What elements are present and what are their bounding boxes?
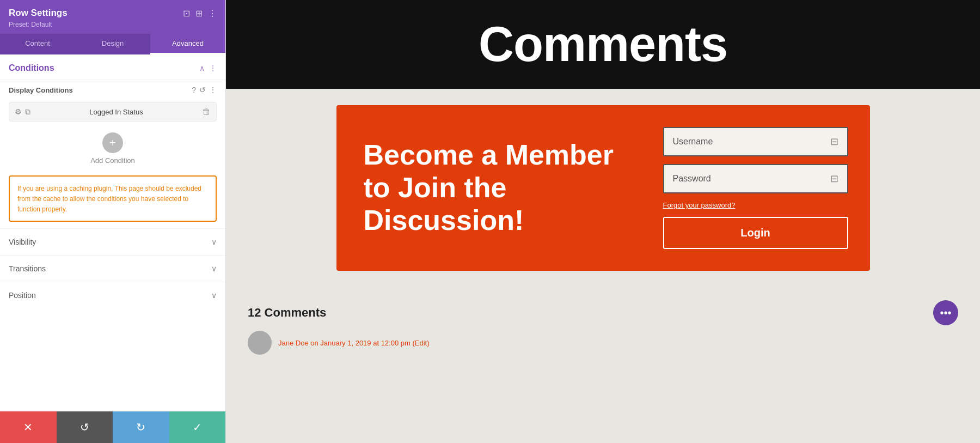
condition-row: ⚙ ⧉ Logged In Status 🗑	[9, 102, 217, 122]
visibility-section: Visibility ∨	[0, 228, 225, 255]
username-placeholder: Username	[673, 137, 713, 147]
password-field[interactable]: Password ⊟	[663, 164, 848, 193]
username-icon: ⊟	[830, 136, 838, 148]
password-placeholder: Password	[673, 174, 711, 184]
more-icon[interactable]: ⋮	[208, 8, 217, 19]
comments-count-row: 12 Comments •••	[248, 300, 958, 325]
forgot-password-link[interactable]: Forgot your password?	[663, 201, 848, 209]
condition-row-icons: ⚙ ⧉	[15, 107, 30, 117]
login-button[interactable]: Login	[663, 217, 848, 249]
panel-body: Conditions ∧ ⋮ Display Conditions ? ↺ ⋮ …	[0, 54, 225, 443]
reset-button[interactable]: ↺	[57, 411, 113, 443]
comment-author-row: Jane Doe on January 1, 2019 at 12:00 pm …	[248, 331, 958, 355]
expand-icon[interactable]: ⊡	[183, 8, 190, 19]
save-button[interactable]: ✓	[169, 411, 226, 443]
comment-author-info: Jane Doe on January 1, 2019 at 12:00 pm …	[278, 339, 430, 347]
main-area: Comments Become a Member to Join the Dis…	[226, 0, 980, 443]
password-icon: ⊟	[830, 173, 838, 185]
position-chevron: ∨	[211, 291, 217, 300]
visibility-chevron: ∨	[211, 238, 217, 246]
transitions-section: Transitions ∨	[0, 255, 225, 282]
login-form-side: Username ⊟ Password ⊟ Forgot your passwo…	[641, 105, 870, 271]
add-condition-button[interactable]: +	[102, 132, 123, 153]
tab-content[interactable]: Content	[0, 34, 75, 54]
panel-header: Row Settings ⊡ ⊞ ⋮ Preset: Default	[0, 0, 225, 34]
conditions-collapse-icon[interactable]: ∧	[199, 64, 205, 72]
conditions-header-right: ∧ ⋮	[199, 64, 217, 72]
reset-icon: ↺	[80, 421, 89, 434]
grid-icon[interactable]: ⊞	[195, 8, 203, 19]
panel-tabs: Content Design Advanced	[0, 34, 225, 54]
login-text-side: Become a Member to Join the Discussion!	[336, 112, 641, 264]
help-icon[interactable]: ?	[192, 86, 196, 94]
username-field[interactable]: Username ⊟	[663, 127, 848, 156]
login-headline: Become a Member to Join the Discussion!	[364, 139, 614, 236]
visibility-title: Visibility	[9, 238, 36, 246]
conditions-more-icon[interactable]: ⋮	[209, 64, 217, 72]
comments-more-button[interactable]: •••	[933, 300, 958, 325]
comments-hero: Comments	[226, 0, 980, 89]
position-section: Position ∨	[0, 282, 225, 308]
visibility-header[interactable]: Visibility ∨	[0, 229, 225, 255]
position-header[interactable]: Position ∨	[0, 282, 225, 308]
transitions-title: Transitions	[9, 264, 46, 273]
login-section: Become a Member to Join the Discussion! …	[226, 89, 980, 287]
tab-design[interactable]: Design	[75, 34, 150, 54]
warning-box: If you are using a caching plugin, This …	[9, 175, 217, 222]
condition-label: Logged In Status	[35, 108, 198, 116]
panel-preset: Preset: Default	[9, 21, 217, 28]
display-conditions-row: Display Conditions ? ↺ ⋮	[0, 80, 225, 100]
dc-more-icon[interactable]: ⋮	[209, 86, 217, 94]
conditions-section-header: Conditions ∧ ⋮	[0, 54, 225, 80]
panel-header-icons: ⊡ ⊞ ⋮	[183, 8, 217, 19]
cancel-button[interactable]: ✕	[0, 411, 57, 443]
comments-section: 12 Comments ••• Jane Doe on January 1, 2…	[226, 287, 980, 368]
warning-text: If you are using a caching plugin, This …	[17, 185, 201, 213]
login-card: Become a Member to Join the Discussion! …	[336, 105, 870, 271]
comments-dots-icon: •••	[940, 307, 951, 319]
panel-title: Row Settings	[9, 8, 68, 19]
left-panel: Row Settings ⊡ ⊞ ⋮ Preset: Default Conte…	[0, 0, 226, 443]
condition-copy-icon[interactable]: ⧉	[25, 107, 30, 117]
add-condition-label: Add Condition	[90, 156, 135, 165]
comments-count: 12 Comments	[248, 306, 326, 320]
condition-gear-icon[interactable]: ⚙	[15, 107, 22, 116]
add-condition-wrap: + Add Condition	[0, 124, 225, 169]
conditions-title: Conditions	[9, 63, 54, 73]
transitions-header[interactable]: Transitions ∨	[0, 256, 225, 282]
display-conditions-label: Display Conditions	[9, 86, 187, 94]
bottom-bar: ✕ ↺ ↻ ✓	[0, 411, 225, 443]
comment-avatar	[248, 331, 272, 355]
transitions-chevron: ∨	[211, 264, 217, 273]
redo-icon: ↻	[136, 421, 145, 434]
redo-button[interactable]: ↻	[113, 411, 169, 443]
tab-advanced[interactable]: Advanced	[150, 34, 225, 54]
refresh-icon[interactable]: ↺	[199, 86, 206, 94]
condition-delete-icon[interactable]: 🗑	[202, 107, 211, 117]
cancel-icon: ✕	[23, 421, 33, 434]
save-icon: ✓	[193, 421, 202, 434]
display-conditions-icons: ? ↺ ⋮	[192, 86, 217, 94]
comments-hero-title: Comments	[259, 16, 947, 72]
position-title: Position	[9, 291, 36, 300]
